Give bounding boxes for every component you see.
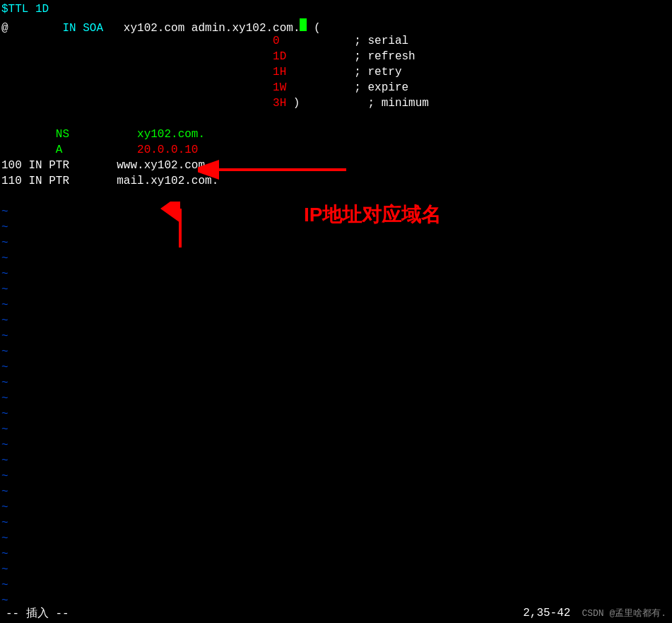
line-refresh: 1D ; refresh (0, 50, 672, 66)
soa-domain: xy102.com admin.xy102.com. (124, 22, 300, 35)
cursor (300, 18, 307, 31)
tilde-line: ~ (0, 361, 672, 377)
a-record-value: 20.0.0.10 (137, 144, 198, 156)
tilde-line: ~ (0, 455, 672, 470)
line-retry: 1H ; retry (0, 66, 672, 81)
tilde-line: ~ (0, 346, 672, 361)
line-ns: NS xy102.com. (0, 128, 672, 144)
terminal: $TTL 1D @ IN SOA xy102.com admin.xy102.c… (0, 0, 672, 623)
serial-value: 0 (273, 35, 280, 47)
line-ttl: $TTL 1D (0, 3, 672, 18)
line-blank1 (0, 112, 672, 128)
tilde-line: ~ (0, 377, 672, 392)
cursor-position: 2,35-42 (523, 607, 570, 619)
line-serial: 0 ; serial (0, 35, 672, 50)
tilde-line: ~ (0, 284, 672, 299)
at-symbol: @ (1, 22, 8, 35)
tilde-line: ~ (0, 392, 672, 408)
ptr100-record: 100 IN PTR www.xy102.com. (1, 159, 212, 172)
watermark: CSDN @孟里啥都有. (582, 607, 666, 619)
tilde-line: ~ (0, 486, 672, 501)
minimum-value: 3H (273, 97, 286, 110)
tilde-line: ~ (0, 548, 672, 564)
tilde-line: ~ (0, 517, 672, 532)
retry-value: 1H (273, 66, 286, 78)
tilde-line: ~ (0, 470, 672, 486)
tilde-line: ~ (0, 315, 672, 330)
soa-keyword: IN SOA (8, 22, 124, 35)
tilde-line: ~ (0, 439, 672, 455)
tilde-line: ~ (0, 330, 672, 346)
expire-value: 1W (273, 81, 286, 94)
annotation-text: IP地址对应域名 (304, 202, 441, 228)
ttl-text: $TTL 1D (1, 3, 49, 16)
tilde-line: ~ (0, 564, 672, 579)
tilde-line: ~ (0, 237, 672, 252)
line-expire: 1W ; expire (0, 81, 672, 97)
ns-record: NS xy102.com. (1, 128, 205, 141)
status-bar: -- 插入 -- 2,35-42 CSDN @孟里啥都有. (0, 603, 672, 623)
line-ptr100: 100 IN PTR www.xy102.com. (0, 159, 672, 175)
a-record-label: A (1, 144, 137, 156)
tilde-line: ~ (0, 532, 672, 548)
tilde-line: ~ (0, 299, 672, 315)
tilde-line: ~ (0, 579, 672, 595)
tilde-line: ~ (0, 252, 672, 268)
tilde-line: ~ (0, 501, 672, 517)
tilde-line: ~ (0, 424, 672, 439)
tilde-line: ~ (0, 408, 672, 424)
line-a: A 20.0.0.10 (0, 144, 672, 159)
tilde-line: ~ (0, 268, 672, 284)
line-minimum: 3H ) ; minimum (0, 97, 672, 112)
ptr110-record: 110 IN PTR mail.xy102.com. (1, 175, 218, 187)
refresh-value: 1D (273, 50, 286, 63)
line-ptr110: 110 IN PTR mail.xy102.com. (0, 175, 672, 190)
insert-mode-label: -- 插入 -- (6, 606, 69, 621)
line-soa: @ IN SOA xy102.com admin.xy102.com. ( (0, 18, 672, 35)
